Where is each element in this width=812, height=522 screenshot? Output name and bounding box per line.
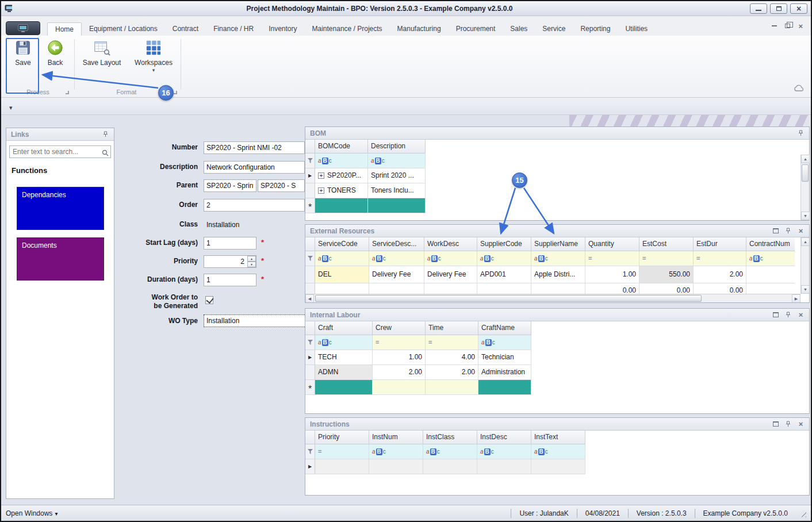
er-cell-suppliercode[interactable]: APD001: [477, 266, 531, 283]
pin-icon[interactable]: [784, 227, 792, 235]
maximize-panel-icon[interactable]: [772, 311, 779, 318]
spinner-up-icon[interactable]: [247, 256, 256, 262]
maximize-panel-icon[interactable]: [772, 420, 779, 428]
ins-filter-instdesc[interactable]: [477, 444, 531, 459]
scroll-down-icon[interactable]: [801, 212, 810, 220]
il-column-craft[interactable]: Craft: [315, 321, 373, 335]
scrollbar-thumb[interactable]: [315, 295, 702, 302]
tab-utilities[interactable]: Utilities: [618, 22, 655, 36]
er-column-servicedesc[interactable]: ServiceDesc...: [369, 237, 424, 251]
parent-description-field[interactable]: [258, 179, 305, 192]
close-panel-icon[interactable]: [797, 227, 805, 235]
scroll-up-icon[interactable]: [801, 237, 810, 246]
scroll-up-icon[interactable]: [801, 155, 810, 163]
er-filter-estdur[interactable]: [694, 251, 746, 266]
search-icon[interactable]: [102, 148, 109, 159]
ins-filter-instnum[interactable]: [369, 444, 423, 459]
ribbon-collapse-icon[interactable]: [794, 84, 805, 94]
er-column-workdesc[interactable]: WorkDesc: [424, 237, 477, 251]
open-windows-dropdown[interactable]: Open Windows: [6, 509, 58, 517]
scroll-left-icon[interactable]: [305, 294, 314, 303]
er-column-estcost[interactable]: EstCost: [639, 237, 694, 251]
bom-cell-description[interactable]: Toners Inclu...: [368, 183, 426, 198]
er-vertical-scrollbar[interactable]: [800, 237, 809, 294]
mdi-close-icon[interactable]: [798, 21, 803, 31]
bom-filter-bomcode[interactable]: [315, 153, 368, 168]
bom-column-description[interactable]: Description: [368, 140, 426, 153]
er-column-suppliercode[interactable]: SupplierCode: [477, 237, 531, 251]
ins-cell[interactable]: [423, 459, 477, 474]
il-cell-time[interactable]: 4.00: [426, 350, 478, 365]
parent-code-field[interactable]: [204, 179, 256, 192]
scroll-right-icon[interactable]: [792, 294, 800, 303]
il-new-cell[interactable]: [478, 380, 531, 395]
class-field[interactable]: [204, 218, 305, 231]
maximize-button[interactable]: [770, 3, 787, 14]
er-column-servicecode[interactable]: ServiceCode: [315, 237, 369, 251]
il-new-cell[interactable]: [315, 380, 373, 395]
spinner-down-icon[interactable]: [247, 262, 256, 267]
ins-column-insttext[interactable]: InstText: [531, 431, 585, 444]
er-filter-contractnum[interactable]: [746, 251, 795, 266]
tab-equipment-locations[interactable]: Equipment / Locations: [82, 22, 165, 36]
workspaces-button[interactable]: Workspaces: [131, 39, 176, 73]
scroll-down-icon[interactable]: [801, 285, 810, 294]
tab-procurement[interactable]: Procurement: [449, 22, 503, 36]
pin-icon[interactable]: [784, 420, 792, 428]
bom-filter-description[interactable]: [368, 153, 426, 168]
er-filter-suppliercode[interactable]: [477, 251, 531, 266]
er-column-quantity[interactable]: Quantity: [585, 237, 639, 251]
ins-column-instdesc[interactable]: InstDesc: [477, 431, 531, 444]
ins-cell[interactable]: [477, 459, 531, 474]
il-filter-time[interactable]: [426, 335, 478, 350]
il-cell-time[interactable]: 2.00: [426, 365, 478, 380]
il-new-cell[interactable]: [426, 380, 478, 395]
save-layout-button[interactable]: Save Layout: [79, 39, 124, 67]
il-column-crew[interactable]: Crew: [373, 321, 426, 335]
il-new-cell[interactable]: [373, 380, 426, 395]
tab-maintenance-projects[interactable]: Maintenance / Projects: [305, 22, 390, 36]
er-cell-workdesc[interactable]: Delivery Fee: [424, 266, 477, 283]
il-column-craftname[interactable]: CraftName: [478, 321, 531, 335]
bom-cell-description[interactable]: Sprint 2020 ...: [368, 168, 426, 183]
er-filter-quantity[interactable]: [585, 251, 639, 266]
er-cell-servicedesc[interactable]: Delivery Fee: [369, 266, 424, 283]
tab-contract[interactable]: Contract: [165, 22, 206, 36]
tab-inventory[interactable]: Inventory: [261, 22, 304, 36]
il-filter-crew[interactable]: [373, 335, 426, 350]
resize-grip[interactable]: [798, 509, 806, 517]
tab-home[interactable]: Home: [47, 22, 82, 36]
tab-finance-hr[interactable]: Finance / HR: [206, 22, 261, 36]
mdi-restore-icon[interactable]: [785, 24, 790, 28]
tab-manufacturing[interactable]: Manufacturing: [390, 22, 449, 36]
duration-field[interactable]: [204, 274, 256, 286]
order-field[interactable]: [204, 199, 305, 212]
dependancies-link-button[interactable]: Dependancies: [17, 187, 104, 230]
ins-column-instnum[interactable]: InstNum: [369, 431, 423, 444]
er-column-estdur[interactable]: EstDur: [694, 237, 746, 251]
il-cell-craft[interactable]: ADMN: [315, 365, 373, 380]
pin-icon[interactable]: [102, 130, 109, 138]
il-cell-crew[interactable]: 2.00: [373, 365, 426, 380]
er-cell-estcost[interactable]: 550.00: [639, 266, 694, 283]
wo-type-field[interactable]: [204, 314, 306, 327]
er-filter-estcost[interactable]: [639, 251, 694, 266]
scrollbar-thumb[interactable]: [802, 164, 809, 182]
er-filter-workdesc[interactable]: [424, 251, 477, 266]
ins-filter-insttext[interactable]: [531, 444, 585, 459]
er-filter-suppliername[interactable]: [531, 251, 585, 266]
tab-service[interactable]: Service: [535, 22, 573, 36]
tab-reporting[interactable]: Reporting: [573, 22, 618, 36]
il-cell-craftname[interactable]: Administration: [478, 365, 531, 380]
er-filter-servicecode[interactable]: [315, 251, 369, 266]
expand-plus-icon[interactable]: [318, 172, 324, 179]
er-cell-suppliername[interactable]: Apple Distri...: [531, 266, 585, 283]
ins-column-priority[interactable]: Priority: [315, 431, 369, 444]
er-horizontal-scrollbar[interactable]: [305, 294, 800, 302]
expand-plus-icon[interactable]: [318, 187, 324, 194]
er-cell-contractnum[interactable]: [746, 266, 795, 283]
bom-cell-code[interactable]: SP2020P...: [315, 168, 368, 183]
application-menu-button[interactable]: [6, 21, 40, 35]
il-column-time[interactable]: Time: [426, 321, 478, 335]
minimize-button[interactable]: [750, 3, 767, 14]
